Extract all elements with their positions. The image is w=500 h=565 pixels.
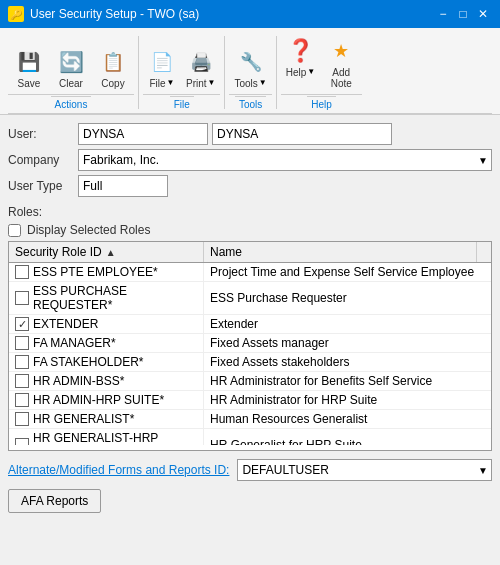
table-row[interactable]: FA STAKEHOLDER* Fixed Assets stakeholder…	[9, 353, 491, 372]
toolbar: 💾 Save 🔄 Clear 📋 Copy Actions	[0, 28, 500, 115]
roles-label: Roles:	[8, 205, 492, 219]
role-id-text: HR ADMIN-HRP SUITE*	[33, 393, 164, 407]
separator-1	[138, 36, 139, 109]
usertype-input[interactable]	[78, 175, 168, 197]
company-select[interactable]: Fabrikam, Inc.	[78, 149, 492, 171]
app-icon: 🔑	[8, 6, 24, 22]
help-label: Help	[286, 67, 307, 78]
tools-dropdown-arrow: ▼	[259, 79, 267, 87]
role-checkbox[interactable]	[15, 336, 29, 350]
print-label: Print	[186, 78, 207, 89]
table-row[interactable]: HR GENERALIST-HRP SUITE* HR Generalist f…	[9, 429, 491, 445]
role-id-cell: FA STAKEHOLDER*	[9, 353, 204, 371]
role-checkbox[interactable]	[15, 412, 29, 426]
role-checkbox[interactable]	[15, 291, 29, 305]
roles-table-body[interactable]: ESS PTE EMPLOYEE* Project Time and Expen…	[9, 263, 491, 445]
company-label: Company	[8, 153, 78, 167]
copy-icon: 📋	[99, 48, 127, 76]
roles-table-header: Security Role ID ▲ Name	[9, 242, 491, 263]
copy-button[interactable]: 📋 Copy	[92, 43, 134, 94]
role-name-text: Fixed Assets manager	[210, 336, 329, 350]
tools-label: Tools	[234, 78, 257, 89]
help-dropdown-arrow: ▼	[307, 68, 315, 76]
role-name-text: HR Generalist for HRP Suite	[210, 438, 362, 445]
help-icon: ❓	[287, 37, 315, 65]
save-label: Save	[18, 78, 41, 89]
separator-2	[224, 36, 225, 109]
toolbar-group-file: 📄 File ▼ 🖨️ Print ▼ File	[143, 43, 220, 113]
display-selected-checkbox[interactable]	[8, 224, 21, 237]
role-id-text: FA MANAGER*	[33, 336, 116, 350]
toolbar-group-help: ❓ Help ▼ ★ AddNote Help	[281, 32, 363, 113]
roles-section: Roles: Display Selected Roles Security R…	[8, 205, 492, 451]
role-name-cell: ESS Purchase Requester	[204, 289, 491, 307]
role-name-text: Fixed Assets stakeholders	[210, 355, 349, 369]
user-display-input[interactable]	[212, 123, 392, 145]
close-button[interactable]: ✕	[474, 5, 492, 23]
save-button[interactable]: 💾 Save	[8, 43, 50, 94]
afa-reports-button[interactable]: AFA Reports	[8, 489, 101, 513]
window-title: User Security Setup - TWO (sa)	[30, 7, 199, 21]
table-row[interactable]: EXTENDER Extender	[9, 315, 491, 334]
role-id-cell: EXTENDER	[9, 315, 204, 333]
save-icon: 💾	[15, 48, 43, 76]
help-button[interactable]: ❓ Help ▼	[281, 32, 321, 94]
print-button[interactable]: 🖨️ Print ▼	[181, 43, 220, 94]
role-name-cell: Fixed Assets manager	[204, 334, 491, 352]
role-name-text: ESS Purchase Requester	[210, 291, 347, 305]
table-row[interactable]: HR ADMIN-HRP SUITE* HR Administrator for…	[9, 391, 491, 410]
clear-button[interactable]: 🔄 Clear	[50, 43, 92, 94]
file-button[interactable]: 📄 File ▼	[143, 43, 181, 94]
addnote-button[interactable]: ★ AddNote	[320, 32, 362, 94]
role-id-cell: ESS PTE EMPLOYEE*	[9, 263, 204, 281]
role-name-text: HR Administrator for Benefits Self Servi…	[210, 374, 432, 388]
addnote-label: AddNote	[331, 67, 352, 89]
header-name: Name	[204, 242, 477, 262]
toolbar-group-actions: 💾 Save 🔄 Clear 📋 Copy Actions	[8, 43, 134, 113]
title-bar: 🔑 User Security Setup - TWO (sa) − □ ✕	[0, 0, 500, 28]
sort-arrow: ▲	[106, 247, 116, 258]
role-id-cell: FA MANAGER*	[9, 334, 204, 352]
role-id-cell: HR GENERALIST-HRP SUITE*	[9, 429, 204, 445]
minimize-button[interactable]: −	[434, 5, 452, 23]
role-id-text: EXTENDER	[33, 317, 98, 331]
role-id-cell: HR ADMIN-BSS*	[9, 372, 204, 390]
role-name-cell: Human Resources Generalist	[204, 410, 491, 428]
role-checkbox[interactable]	[15, 393, 29, 407]
role-name-cell: HR Administrator for Benefits Self Servi…	[204, 372, 491, 390]
role-checkbox[interactable]	[15, 317, 29, 331]
user-label: User:	[8, 127, 78, 141]
user-row: User:	[8, 123, 492, 145]
main-content: User: Company Fabrikam, Inc. ▼ User Type…	[0, 115, 500, 521]
maximize-button[interactable]: □	[454, 5, 472, 23]
role-checkbox[interactable]	[15, 355, 29, 369]
tools-group-label: Tools	[235, 96, 266, 112]
user-input[interactable]	[78, 123, 208, 145]
alternate-forms-link[interactable]: Alternate/Modified Forms and Reports ID:	[8, 463, 229, 477]
role-checkbox[interactable]	[15, 438, 29, 445]
roles-table: Security Role ID ▲ Name ESS PTE EMPLOYEE…	[8, 241, 492, 451]
alternate-forms-row: Alternate/Modified Forms and Reports ID:…	[8, 459, 492, 481]
role-id-cell: ESS PURCHASE REQUESTER*	[9, 282, 204, 314]
display-selected-row: Display Selected Roles	[8, 223, 492, 237]
table-row[interactable]: ESS PTE EMPLOYEE* Project Time and Expen…	[9, 263, 491, 282]
table-row[interactable]: ESS PURCHASE REQUESTER* ESS Purchase Req…	[9, 282, 491, 315]
print-icon: 🖨️	[187, 48, 215, 76]
bottom-section: Alternate/Modified Forms and Reports ID:…	[8, 459, 492, 513]
header-scrollbar-spacer	[477, 242, 491, 262]
usertype-row: User Type	[8, 175, 492, 197]
alternate-select[interactable]: DEFAULTUSER	[237, 459, 492, 481]
toolbar-group-tools: 🔧 Tools ▼ Tools	[229, 43, 271, 113]
role-name-text: Project Time and Expense Self Service Em…	[210, 265, 474, 279]
copy-label: Copy	[101, 78, 124, 89]
table-row[interactable]: HR ADMIN-BSS* HR Administrator for Benef…	[9, 372, 491, 391]
role-id-text: HR GENERALIST-HRP SUITE*	[33, 431, 197, 445]
table-row[interactable]: FA MANAGER* Fixed Assets manager	[9, 334, 491, 353]
help-group-label: Help	[307, 96, 336, 112]
tools-button[interactable]: 🔧 Tools ▼	[229, 43, 271, 94]
table-row[interactable]: HR GENERALIST* Human Resources Generalis…	[9, 410, 491, 429]
usertype-label: User Type	[8, 179, 78, 193]
role-checkbox[interactable]	[15, 265, 29, 279]
role-checkbox[interactable]	[15, 374, 29, 388]
file-label: File	[149, 78, 165, 89]
